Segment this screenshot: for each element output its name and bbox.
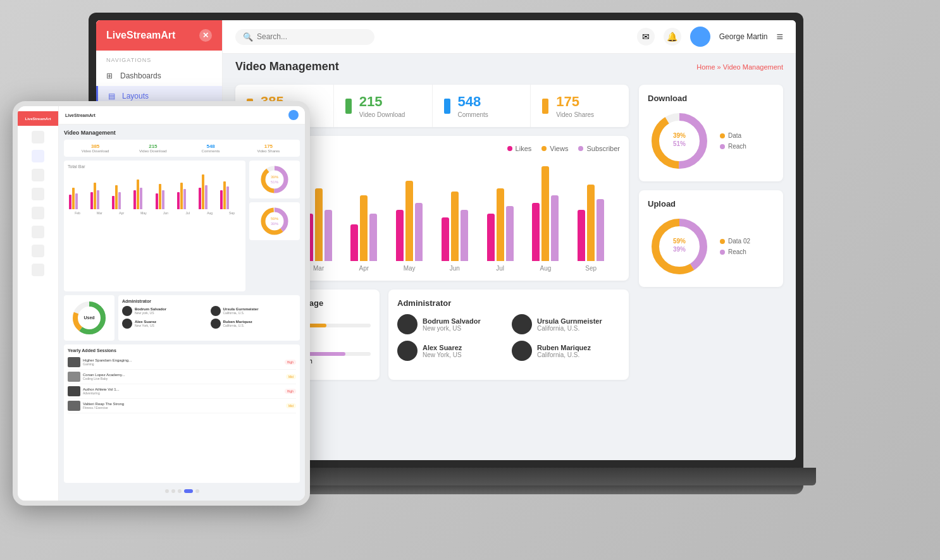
tablet-admin-loc-1: California, U.S.: [223, 311, 259, 315]
tablet-page-dot-0[interactable]: [165, 489, 169, 493]
close-sidebar-button[interactable]: ✕: [199, 29, 212, 42]
stat-label-comments: Comments: [458, 111, 488, 118]
bar-label-sep: Sep: [568, 265, 614, 272]
tablet-bar-views-5: [180, 183, 183, 209]
user-avatar: [690, 27, 710, 47]
tablet-bar-label-feb: Feb: [68, 211, 87, 215]
tablet-page-dot-4[interactable]: [195, 489, 199, 493]
tablet-nav-dot-6[interactable]: [32, 245, 44, 257]
tablet-mini-bar-group-1: [90, 183, 111, 209]
tablet-table-info-1: Conan Lopez Academy... Coding Live Baby: [83, 373, 283, 380]
stat-value-likes: 215: [359, 94, 405, 110]
tablet-nav-dot-7[interactable]: [32, 264, 44, 276]
upload-legend-dot-data: [720, 239, 725, 244]
upload-legend: Data 02 Reach: [720, 238, 750, 255]
tablet-nav-dot-5[interactable]: [32, 226, 44, 238]
hamburger-menu[interactable]: ≡: [776, 30, 783, 44]
download-chart-content: 39% 51% Data: [648, 109, 774, 173]
bar-views-jul: [497, 188, 504, 261]
admin-person-1: Ursula Gurnmeister California, U.S.: [512, 314, 620, 334]
tablet-page-dot-1[interactable]: [171, 489, 175, 493]
layout-icon: ▤: [108, 92, 117, 100]
tablet-bar-likes-2: [112, 196, 114, 209]
tablet-page-dot-2[interactable]: [178, 489, 182, 493]
tablet-donut-pct2: 51%: [271, 180, 279, 184]
tablet-donut-svg-1: 39% 51%: [259, 164, 290, 195]
tablet-bar-views-1: [94, 183, 96, 209]
tablet-admin-av-1: [211, 306, 221, 316]
tablet-bar-likes-3: [133, 190, 136, 209]
admin-name-2: Alex Suarez: [423, 344, 462, 351]
scene: LiveStreamArt ✕ NAVIGATIONS ⊞ Dashboards…: [0, 0, 940, 560]
bar-views-mar: [315, 188, 323, 261]
tablet-donut-pct1: 39%: [271, 175, 279, 179]
tablet-nav-dot-2[interactable]: [32, 169, 44, 181]
tablet-table-status-0: High: [285, 360, 296, 365]
legend-likes: Likes: [507, 145, 532, 152]
mail-icon[interactable]: ✉: [637, 28, 655, 46]
tablet-app: LiveStreamArt LiveStreamArt: [18, 106, 305, 501]
tablet-stat-val-0: 385: [68, 143, 123, 149]
tablet-stat-lbl-3: Video Shares: [241, 149, 296, 153]
tablet-bar-subs-7: [226, 186, 229, 209]
tablet-stat-lbl-0: Video Download: [68, 149, 123, 153]
tablet-bar-likes-6: [199, 188, 201, 209]
tablet-bar-views-6: [202, 174, 204, 209]
tablet-brand-text: LiveStreamArt: [25, 117, 51, 121]
tablet-bar-views-4: [159, 184, 161, 209]
tablet-admin-title: Administrator: [122, 299, 296, 303]
tablet-table-title: Yearly Added Sessions: [68, 348, 116, 353]
bar-views-jun: [451, 192, 459, 261]
stat-icon-likes: [345, 99, 352, 114]
tablet-nav-dot-4[interactable]: [32, 207, 44, 219]
tablet-bar-views-2: [115, 185, 118, 209]
admin-info-3: Ruben Mariquez California, U.S.: [537, 344, 591, 358]
tablet-mini-bar-group-7: [220, 181, 240, 209]
tablet-table-thumb-2: [68, 386, 80, 396]
sidebar-item-dashboards[interactable]: ⊞ Dashboards: [96, 66, 222, 86]
stat-icon-shares: [542, 99, 548, 114]
search-input[interactable]: [257, 32, 358, 41]
admin-loc-1: California, U.S.: [537, 325, 602, 332]
tablet-sidebar: LiveStreamArt: [18, 106, 59, 501]
upload-chart-content: 59% 39% Data 02: [648, 215, 774, 278]
stat-card-likes: 215 Video Download: [334, 85, 433, 127]
tablet-bar-likes-0: [69, 195, 71, 209]
tablet-donut-pct4: 39%: [271, 222, 279, 226]
admin-title: Administrator: [397, 298, 620, 308]
tablet-mini-bar-group-2: [112, 185, 132, 209]
tablet-table-status-1: Mid: [286, 374, 296, 379]
bar-views-apr: [360, 195, 368, 261]
stat-label-shares: Video Shares: [556, 111, 594, 118]
bar-label-apr: Apr: [342, 265, 387, 272]
grid-icon: ⊞: [106, 71, 115, 80]
bar-subs-aug: [551, 195, 559, 261]
tablet-nav-dot-1[interactable]: [32, 150, 44, 162]
tablet-admin-person-3: Ruben Mariquez California, U.S.: [211, 319, 297, 329]
tablet-nav-dot-0[interactable]: [32, 131, 44, 143]
bar-group-apr: [342, 195, 387, 261]
tablet-table-row-2: Author Athlete Vol 1... Adventuring High: [68, 384, 296, 399]
tablet-page-title: Video Management: [64, 130, 300, 136]
stat-info-comments: 548 Comments: [458, 94, 488, 118]
tablet-table-date-0: Gaming: [83, 362, 282, 366]
tablet-nav-dot-3[interactable]: [32, 188, 44, 200]
tablet-bar-label-jun: Jun: [156, 211, 176, 215]
tablet-bar-subs-4: [162, 190, 164, 209]
tablet-bar-label-sep: Sep: [222, 211, 242, 215]
search-box[interactable]: 🔍: [235, 29, 374, 45]
tablet-admin-av-2: [122, 319, 132, 329]
tablet-stat-lbl-2: Comments: [183, 149, 238, 153]
bar-subs-jul: [506, 206, 514, 261]
bell-icon[interactable]: 🔔: [664, 28, 681, 46]
bar-likes-jun: [442, 217, 449, 261]
tablet-page-dot-3[interactable]: [184, 489, 193, 493]
tablet-admin-av-0: [122, 306, 132, 316]
admin-person-0: Bodrum Salvador New york, US: [397, 314, 505, 334]
download-legend-reach: Reach: [720, 143, 746, 150]
tablet: LiveStreamArt LiveStreamArt: [13, 101, 310, 506]
tablet-mini-bars: [68, 171, 242, 209]
bar-likes-jul: [487, 214, 495, 261]
search-icon: 🔍: [243, 32, 253, 42]
stat-card-comments: 548 Comments: [433, 85, 531, 127]
